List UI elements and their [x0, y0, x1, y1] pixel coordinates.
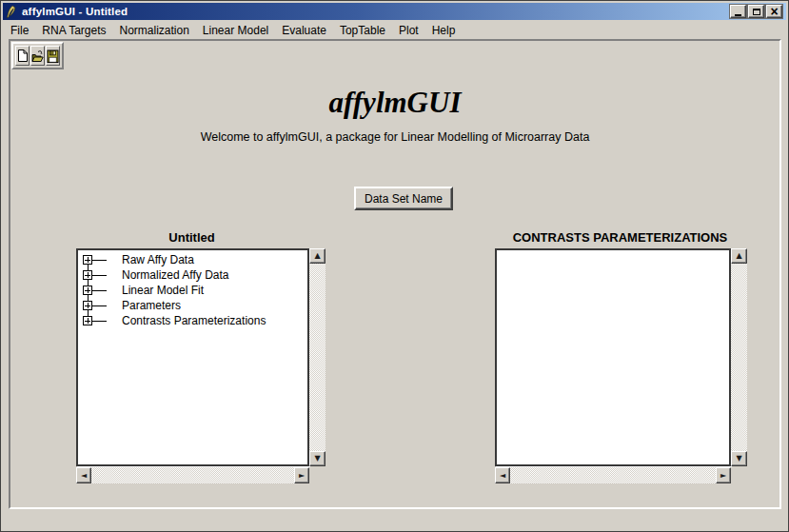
save-icon [47, 49, 59, 64]
tree-expand-icon[interactable] [83, 286, 92, 295]
contrasts-listbox[interactable] [495, 248, 731, 466]
menu-item-normalization[interactable]: Normalization [113, 22, 196, 39]
scroll-left-button[interactable]: ◄ [76, 467, 91, 483]
welcome-text: Welcome to affylmGUI, a package for Line… [10, 130, 779, 144]
menu-item-rna-targets[interactable]: RNA Targets [35, 22, 112, 39]
tree-item-parameters[interactable]: Parameters [78, 298, 307, 313]
minimize-icon [735, 14, 741, 16]
maximize-button[interactable] [748, 5, 764, 18]
maximize-icon [753, 9, 760, 15]
menu-item-evaluate[interactable]: Evaluate [275, 22, 333, 39]
tree-item-raw-affy-data[interactable]: Raw Affy Data [78, 252, 307, 267]
scroll-up-icon: ▲ [736, 252, 741, 260]
tree-item-label: Linear Model Fit [122, 284, 204, 297]
scroll-up-button[interactable]: ▲ [731, 248, 747, 264]
window-controls: × [730, 5, 784, 18]
tree-item-label: Normalized Affy Data [122, 268, 229, 282]
tree-expand-icon[interactable] [83, 301, 92, 310]
menubar: File RNA Targets Normalization Linear Mo… [3, 21, 786, 39]
data-tree: Raw Affy Data Normalized Affy Data Linea… [78, 250, 307, 328]
left-vertical-scrollbar[interactable]: ▲ ▼ [309, 248, 325, 466]
scrollbar-track[interactable] [510, 467, 716, 483]
tree-item-contrasts-parameterizations[interactable]: Contrasts Parameterizations [78, 313, 307, 328]
left-panel-listbox[interactable]: Raw Affy Data Normalized Affy Data Linea… [76, 248, 309, 466]
scroll-down-icon: ▼ [314, 455, 320, 463]
tree-expand-icon[interactable] [83, 270, 92, 280]
app-window: affylmGUI - Untitled × File RNA Targets … [0, 0, 789, 532]
main-frame: affylmGUI Welcome to affylmGUI, a packag… [9, 39, 781, 509]
toolbar [11, 42, 64, 69]
tree-expand-icon[interactable] [83, 255, 92, 265]
scroll-right-icon: ► [299, 472, 305, 480]
tree-item-label: Raw Affy Data [122, 253, 194, 266]
menu-item-help[interactable]: Help [425, 22, 463, 39]
scroll-up-icon: ▲ [314, 252, 320, 260]
tree-expand-icon[interactable] [83, 316, 92, 325]
scroll-up-button[interactable]: ▲ [309, 248, 325, 264]
tree-branch-line [92, 290, 107, 291]
menu-item-file[interactable]: File [4, 22, 35, 39]
new-file-icon [17, 49, 29, 63]
new-file-button[interactable] [15, 46, 30, 66]
close-icon: × [770, 7, 778, 17]
scroll-right-button[interactable]: ► [716, 467, 731, 483]
scroll-right-icon: ► [720, 472, 726, 480]
scroll-left-button[interactable]: ◄ [495, 467, 510, 483]
open-folder-icon [31, 49, 44, 64]
tree-item-normalized-affy-data[interactable]: Normalized Affy Data [78, 267, 307, 283]
left-panel-header: Untitled [74, 230, 309, 246]
tree-item-label: Contrasts Parameterizations [122, 314, 266, 327]
app-title: affylmGUI [10, 86, 779, 120]
scrollbar-track[interactable] [309, 264, 325, 451]
save-file-button[interactable] [46, 46, 60, 66]
scroll-down-button[interactable]: ▼ [731, 451, 747, 466]
scroll-right-button[interactable]: ► [294, 467, 309, 483]
tree-item-linear-model-fit[interactable]: Linear Model Fit [78, 283, 307, 298]
titlebar[interactable]: affylmGUI - Untitled × [3, 3, 786, 20]
scroll-left-icon: ◄ [81, 472, 87, 480]
scrollbar-track[interactable] [91, 467, 294, 483]
scroll-down-icon: ▼ [736, 455, 741, 463]
right-horizontal-scrollbar[interactable]: ◄ ► [495, 467, 731, 483]
menu-item-toptable[interactable]: TopTable [333, 22, 392, 39]
menu-item-linear-model[interactable]: Linear Model [196, 22, 275, 39]
dataset-name-button[interactable]: Data Set Name [354, 187, 453, 210]
scroll-left-icon: ◄ [500, 472, 505, 480]
window-title: affylmGUI - Untitled [22, 6, 730, 17]
tree-item-label: Parameters [122, 299, 181, 312]
tree-branch-line [92, 275, 107, 276]
right-vertical-scrollbar[interactable]: ▲ ▼ [731, 248, 747, 466]
tree-branch-line [92, 260, 107, 261]
app-icon [5, 5, 19, 19]
menu-item-plot[interactable]: Plot [392, 22, 425, 39]
scroll-down-button[interactable]: ▼ [309, 451, 325, 466]
close-button[interactable]: × [766, 5, 782, 18]
open-file-button[interactable] [30, 46, 45, 66]
minimize-button[interactable] [730, 5, 746, 18]
tree-branch-line [92, 305, 107, 306]
left-horizontal-scrollbar[interactable]: ◄ ► [76, 467, 309, 483]
scrollbar-track[interactable] [731, 264, 747, 451]
right-panel-header: CONTRASTS PARAMETERIZATIONS [493, 230, 747, 246]
tree-branch-line [92, 321, 107, 322]
